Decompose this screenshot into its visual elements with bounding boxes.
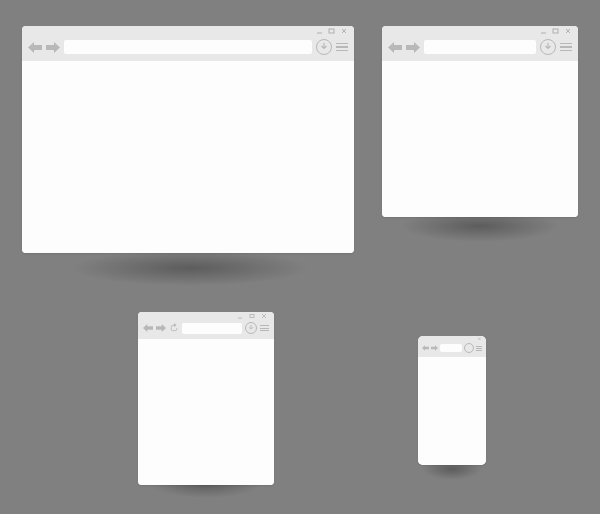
- download-icon[interactable]: [540, 39, 556, 55]
- back-icon[interactable]: [388, 42, 402, 53]
- menu-icon[interactable]: [476, 346, 482, 351]
- back-icon[interactable]: [28, 42, 42, 53]
- svg-rect-5: [553, 29, 558, 33]
- maximize-button[interactable]: [328, 28, 338, 34]
- close-button[interactable]: [564, 28, 574, 34]
- maximize-button[interactable]: [552, 28, 562, 34]
- browser-window-tablet: [138, 312, 274, 485]
- titlebar: [22, 26, 354, 35]
- shadow: [70, 250, 310, 286]
- menu-icon[interactable]: [560, 43, 572, 52]
- back-icon[interactable]: [422, 345, 429, 351]
- menu-icon[interactable]: [260, 325, 269, 331]
- maximize-button[interactable]: [248, 313, 258, 319]
- forward-icon[interactable]: [431, 345, 438, 351]
- titlebar: [382, 26, 578, 35]
- svg-rect-1: [329, 29, 334, 33]
- menu-icon[interactable]: [336, 43, 348, 52]
- url-input[interactable]: [440, 344, 462, 352]
- content-area: [22, 61, 354, 253]
- minimize-button[interactable]: [316, 28, 326, 34]
- download-icon[interactable]: [245, 322, 257, 334]
- url-input[interactable]: [182, 323, 242, 334]
- close-button[interactable]: [260, 313, 270, 319]
- toolbar: [382, 35, 578, 61]
- forward-icon[interactable]: [46, 42, 60, 53]
- url-input[interactable]: [424, 40, 536, 54]
- browser-window-laptop: [382, 26, 578, 217]
- browser-window-mobile: [418, 336, 486, 465]
- content-area: [138, 339, 274, 485]
- svg-rect-9: [250, 314, 254, 317]
- url-input[interactable]: [64, 40, 312, 54]
- content-area: [418, 357, 486, 465]
- titlebar: [138, 312, 274, 319]
- close-button[interactable]: [477, 337, 483, 341]
- content-area: [382, 61, 578, 217]
- toolbar: [138, 319, 274, 339]
- download-icon[interactable]: [316, 39, 332, 55]
- close-button[interactable]: [340, 28, 350, 34]
- back-icon[interactable]: [143, 324, 153, 332]
- browser-window-desktop: [22, 26, 354, 253]
- toolbar: [22, 35, 354, 61]
- toolbar: [418, 341, 486, 357]
- minimize-button[interactable]: [540, 28, 550, 34]
- forward-icon[interactable]: [406, 42, 420, 53]
- forward-icon[interactable]: [156, 324, 166, 332]
- download-icon[interactable]: [464, 343, 474, 353]
- reload-icon[interactable]: [169, 323, 179, 333]
- minimize-button[interactable]: [236, 313, 246, 319]
